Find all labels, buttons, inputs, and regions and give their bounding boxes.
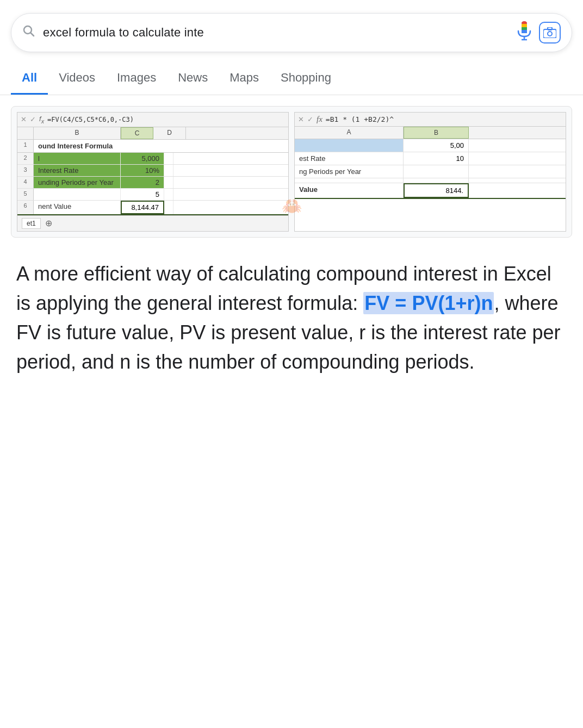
right-cell-b3 [404, 165, 469, 178]
right-cell-a1 [295, 139, 404, 152]
cell-value-3: 2 [121, 177, 164, 188]
cell-label-4 [34, 189, 121, 200]
table-row: 6 nent Value 8,144.47 [17, 201, 288, 215]
cell-label-1: l [34, 153, 121, 164]
table-row [295, 178, 566, 183]
cell-d-1 [164, 153, 173, 164]
formula-fx-right: fx [317, 115, 322, 124]
table-row: ng Periods per Year [295, 165, 566, 178]
content-area: ✕ ✓ fx =FV(C4/C5,C5*C6,0,-C3) B C D 1 ou… [0, 95, 583, 393]
table-row: 2 l 5,000 [17, 153, 288, 165]
tab-all[interactable]: All [11, 61, 48, 95]
col-header-b: B [34, 127, 121, 139]
title-row-left: 1 ound Interest Formula [17, 140, 288, 153]
table-row: 5,00 [295, 139, 566, 152]
watermark: 🦀 [282, 196, 302, 215]
cell-label-2: Interest Rate [34, 165, 121, 176]
sheet-add-tab[interactable]: ⊕ [45, 218, 52, 228]
cell-d-3 [164, 177, 173, 188]
right-cell-a3: ng Periods per Year [295, 165, 404, 178]
col-headers-right: A B [295, 127, 566, 139]
col-header-b-right: B [404, 127, 469, 139]
cell-label-5: nent Value [34, 201, 121, 214]
cell-label-3: unding Periods per Year [34, 177, 121, 188]
table-row: 4 unding Periods per Year 2 [17, 177, 288, 189]
right-cell-a5: Value [295, 183, 404, 198]
tab-maps[interactable]: Maps [219, 61, 270, 95]
search-bar-container: excel formula to calculate inte [0, 0, 583, 61]
spreadsheet-left: ✕ ✓ fx =FV(C4/C5,C5*C6,0,-C3) B C D 1 ou… [17, 112, 289, 232]
spreadsheet-title: ound Interest Formula [34, 140, 117, 152]
col-header-a: A [295, 127, 404, 139]
camera-icon[interactable] [539, 22, 561, 43]
table-row: Value 8144. [295, 183, 566, 199]
formula-confirm-right[interactable]: ✓ [307, 115, 313, 123]
formula-highlight: FV = PV(1+r)n [363, 292, 494, 314]
cell-value-5: 8,144.47 [121, 201, 164, 214]
svg-rect-11 [548, 27, 552, 30]
formula-bar-right: ✕ ✓ fx =B1 * (1 +B2/2)^ [295, 113, 566, 127]
right-cell-b1: 5,00 [404, 139, 469, 152]
sheet-tabs-left: et1 ⊕ [17, 215, 288, 231]
formula-content-left: =FV(C4/C5,C5*C6,0,-C3) [47, 116, 134, 123]
svg-rect-7 [522, 27, 527, 30]
right-cell-a2: est Rate [295, 152, 404, 165]
svg-rect-6 [522, 24, 527, 27]
search-bar[interactable]: excel formula to calculate inte [11, 13, 572, 52]
right-cell-b2: 10 [404, 152, 469, 165]
spreadsheet-right: ✕ ✓ fx =B1 * (1 +B2/2)^ A B 5,00 est Rat… [294, 112, 566, 232]
formula-fx-left: fx [39, 115, 44, 125]
nav-tabs: All Videos Images News Maps Shopping [0, 61, 583, 95]
tab-videos[interactable]: Videos [48, 61, 106, 95]
tab-news[interactable]: News [167, 61, 219, 95]
search-icon [22, 24, 35, 41]
svg-line-1 [31, 33, 34, 36]
cell-d-4 [164, 189, 173, 200]
table-row: 5 5 [17, 189, 288, 201]
excel-screenshots-container: ✕ ✓ fx =FV(C4/C5,C5*C6,0,-C3) B C D 1 ou… [11, 106, 572, 238]
col-header-d: D [153, 127, 186, 139]
svg-rect-8 [522, 30, 527, 33]
cell-d-2 [164, 165, 173, 176]
mic-icon[interactable] [517, 21, 531, 44]
table-row: 3 Interest Rate 10% [17, 165, 288, 177]
cell-value-4: 5 [121, 189, 164, 200]
table-row: est Rate 10 [295, 152, 566, 165]
formula-bar-left: ✕ ✓ fx =FV(C4/C5,C5*C6,0,-C3) [17, 113, 288, 127]
cell-value-2: 10% [121, 165, 164, 176]
col-headers-left: B C D [17, 127, 288, 140]
tab-images[interactable]: Images [106, 61, 167, 95]
formula-cancel-right[interactable]: ✕ [298, 115, 304, 123]
svg-rect-9 [543, 29, 556, 38]
svg-point-10 [548, 32, 552, 36]
col-header-c: C [121, 127, 153, 139]
formula-content-right: =B1 * (1 +B2/2)^ [326, 115, 394, 123]
cell-d-5 [164, 201, 173, 214]
formula-cancel-left[interactable]: ✕ [21, 115, 27, 123]
search-query: excel formula to calculate inte [43, 26, 510, 40]
right-cell-a4 [295, 178, 404, 183]
right-cell-b5: 8144. [404, 183, 469, 198]
formula-confirm-left[interactable]: ✓ [30, 115, 36, 123]
tab-shopping[interactable]: Shopping [270, 61, 342, 95]
cell-value-1: 5,000 [121, 153, 164, 164]
sheet-tab-1[interactable]: et1 [22, 218, 41, 229]
article-text: A more efficient way of calculating comp… [11, 254, 572, 382]
right-cell-b4 [404, 178, 469, 183]
